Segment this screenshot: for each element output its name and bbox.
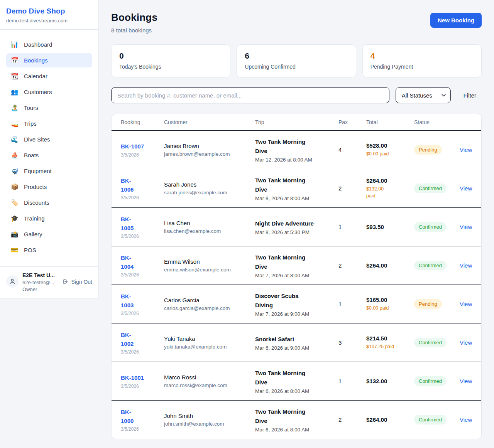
total-amount: $264.00 xyxy=(366,416,414,423)
stat-value: 0 xyxy=(119,51,222,61)
trip-cell: Two Tank Morning Dive Mar 8, 2026 at 8:0… xyxy=(255,176,338,201)
customer-email: yuki.tanaka@example.com xyxy=(164,344,255,350)
customer-name: Carlos Garcia xyxy=(164,297,255,303)
sidebar-item-tours[interactable]: 🏝️ Tours xyxy=(6,101,92,115)
status-cell: Pending xyxy=(414,299,460,309)
customer-cell: James Brown james.brown@example.com xyxy=(164,143,255,157)
sidebar-item-customers[interactable]: 👥 Customers xyxy=(6,85,92,99)
nav-item-label: Discounts xyxy=(24,199,49,206)
customer-email: lisa.chen@example.com xyxy=(164,228,255,234)
total-cell: $264.00 xyxy=(366,416,414,423)
customer-email: sarah.jones@example.com xyxy=(164,190,255,195)
booking-cell: BK- 1000 3/5/2026 xyxy=(121,408,164,432)
total-amount: $264.00 xyxy=(366,177,414,184)
status-cell: Confirmed xyxy=(414,415,460,424)
table-row: BK- 1003 3/5/2026 Carlos Garcia carlos.g… xyxy=(112,285,481,323)
table-header-row: Booking Customer Trip Pax Total Status xyxy=(112,114,481,130)
stat-label: Pending Payment xyxy=(370,64,474,70)
view-link[interactable]: View xyxy=(460,147,472,153)
customer-email: emma.wilson@example.com xyxy=(164,267,255,273)
view-link[interactable]: View xyxy=(460,224,472,230)
sidebar-item-boats[interactable]: ⛵ Boats xyxy=(6,148,92,162)
nav-item-icon: 🤿 xyxy=(11,168,19,174)
status-select-wrap: All Statuses xyxy=(396,87,451,103)
sign-out-button[interactable]: Sign Out xyxy=(62,278,92,285)
booking-id-link[interactable]: BK-1007 xyxy=(121,142,164,151)
customer-cell: Sarah Jones sarah.jones@example.com xyxy=(164,181,255,195)
trip-name: Two Tank Morning Dive xyxy=(255,176,331,194)
trip-cell: Two Tank Morning Dive Mar 7, 2026 at 8:0… xyxy=(255,253,338,278)
view-link[interactable]: View xyxy=(460,185,472,192)
sidebar-item-equipment[interactable]: 🤿 Equipment xyxy=(6,164,92,178)
sidebar-item-trips[interactable]: 🚤 Trips xyxy=(6,116,92,131)
customer-cell: Yuki Tanaka yuki.tanaka@example.com xyxy=(164,335,255,350)
view-link[interactable]: View xyxy=(460,262,472,269)
total-cell: $93.50 xyxy=(366,224,414,230)
nav-item-icon: 🏷️ xyxy=(11,200,19,206)
sidebar: Demo Dive Shop demo.test.divestreams.com… xyxy=(0,0,99,299)
nav-item-icon: 💳 xyxy=(11,247,19,253)
view-link[interactable]: View xyxy=(460,378,472,384)
new-booking-button[interactable]: New Booking xyxy=(430,13,482,28)
sidebar-item-gallery[interactable]: 📸 Gallery xyxy=(6,227,92,241)
total-cell: $165.00 $0.00 paid xyxy=(366,296,414,312)
sidebar-item-bookings[interactable]: 📅 Bookings xyxy=(6,53,92,67)
customer-name: Emma Wilson xyxy=(164,258,255,265)
booking-cell: BK- 1003 3/5/2026 xyxy=(121,292,164,317)
nav-item-label: Boats xyxy=(24,152,39,158)
pax-cell: 4 xyxy=(338,147,366,153)
status-cell: Confirmed xyxy=(414,222,460,232)
pax-cell: 1 xyxy=(338,378,366,384)
sidebar-item-training[interactable]: 🎓 Training xyxy=(6,211,92,226)
sidebar-item-dive-sites[interactable]: 🌊 Dive Sites xyxy=(6,132,92,147)
booking-id-link[interactable]: BK- 1000 xyxy=(121,408,164,426)
sidebar-item-dashboard[interactable]: 📊 Dashboard xyxy=(6,37,92,52)
trip-datetime: Mar 6, 2026 at 9:00 AM xyxy=(255,345,331,351)
sidebar-item-calendar[interactable]: 📆 Calendar xyxy=(6,69,92,83)
col-trip: Trip xyxy=(255,119,338,125)
nav-item-icon: 📆 xyxy=(11,73,19,79)
booking-id-link[interactable]: BK- 1004 xyxy=(121,253,164,271)
booking-date: 3/5/2026 xyxy=(121,272,164,278)
stat-card: 6 Upcoming Confirmed xyxy=(237,44,356,77)
page-title: Bookings xyxy=(111,12,157,24)
trip-name: Two Tank Morning Dive xyxy=(255,407,331,426)
nav-item-label: Bookings xyxy=(24,57,48,64)
customer-name: Sarah Jones xyxy=(164,181,255,188)
search-input[interactable] xyxy=(111,87,389,103)
nav-item-label: Dive Sites xyxy=(24,136,50,143)
booking-id-link[interactable]: BK- 1002 xyxy=(121,330,164,349)
status-badge: Confirmed xyxy=(414,376,447,386)
page-subtitle: 8 total bookings xyxy=(111,27,157,34)
booking-id-link[interactable]: BK- 1003 xyxy=(121,292,164,310)
status-select[interactable]: All Statuses xyxy=(396,87,451,103)
view-link[interactable]: View xyxy=(460,416,472,423)
sidebar-item-products[interactable]: 📦 Products xyxy=(6,180,92,194)
sidebar-item-discounts[interactable]: 🏷️ Discounts xyxy=(6,195,92,210)
nav-item-label: Customers xyxy=(24,89,52,95)
main-content: Bookings 8 total bookings New Booking 0 … xyxy=(99,0,494,448)
customer-name: Yuki Tanaka xyxy=(164,335,255,342)
booking-id-link[interactable]: BK-1001 xyxy=(121,373,164,382)
trip-cell: Discover Scuba Diving Mar 7, 2026 at 9:0… xyxy=(255,291,338,317)
nav-item-icon: 📦 xyxy=(11,184,19,190)
trip-datetime: Mar 8, 2026 at 5:30 PM xyxy=(255,229,331,235)
customer-cell: Carlos Garcia carlos.garcia@example.com xyxy=(164,297,255,311)
nav-item-icon: ⛵ xyxy=(11,152,19,158)
booking-id-link[interactable]: BK- 1005 xyxy=(121,215,164,233)
nav-item-icon: 📅 xyxy=(11,57,19,64)
trip-cell: Two Tank Morning Dive Mar 12, 2026 at 8:… xyxy=(255,137,338,163)
shop-name: Demo Dive Shop xyxy=(6,7,92,15)
trip-datetime: Mar 12, 2026 at 8:00 AM xyxy=(255,157,331,163)
view-link[interactable]: View xyxy=(460,301,472,307)
booking-date: 3/5/2026 xyxy=(121,152,164,158)
filter-button[interactable]: Filter xyxy=(464,92,476,99)
booking-id-link[interactable]: BK- 1006 xyxy=(121,176,164,194)
customer-name: Lisa Chen xyxy=(164,220,255,226)
paid-amount: $107.25 paid xyxy=(366,343,414,350)
view-link[interactable]: View xyxy=(460,339,472,346)
col-customer: Customer xyxy=(164,119,255,125)
booking-cell: BK- 1005 3/5/2026 xyxy=(121,215,164,239)
sidebar-item-pos[interactable]: 💳 POS xyxy=(6,243,92,257)
trip-cell: Two Tank Morning Dive Mar 6, 2026 at 8:0… xyxy=(255,407,338,433)
